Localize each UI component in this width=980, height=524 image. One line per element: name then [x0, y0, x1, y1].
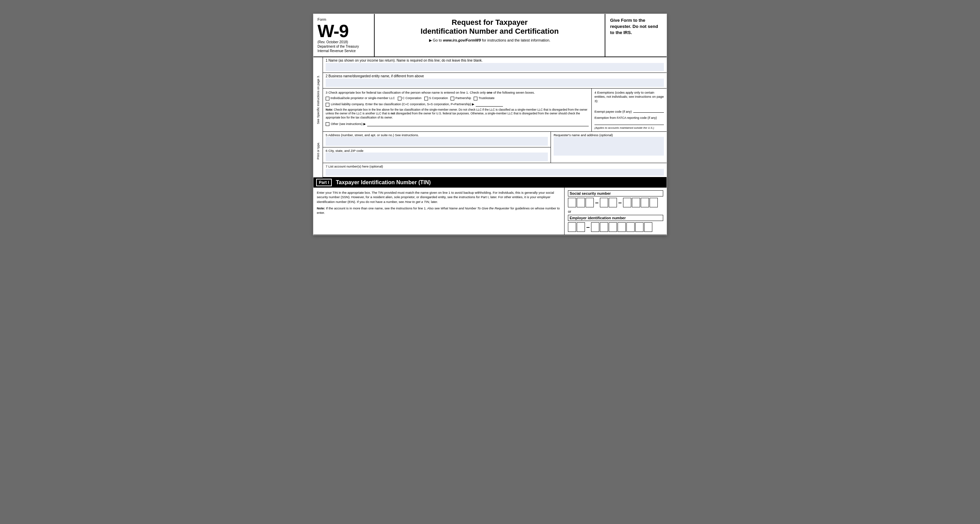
field5-input[interactable]	[326, 137, 548, 146]
form-fields: 1 Name (as shown on your income tax retu…	[323, 57, 667, 177]
form-body: Print or type. See Specific Instructions…	[313, 57, 667, 177]
checkbox-c-corp-box[interactable]	[398, 97, 401, 100]
checkbox-c-corp[interactable]: C Corporation	[398, 96, 422, 100]
checkbox-c-corp-label: C Corporation	[402, 96, 422, 100]
checkbox-partnership-box[interactable]	[450, 97, 454, 100]
address-left: 5 Address (number, street, and apt. or s…	[323, 132, 551, 163]
ssn-sep1: –	[595, 198, 598, 207]
ssn-box-8[interactable]	[641, 198, 649, 207]
ssn-sep2: –	[618, 198, 622, 207]
ein-boxes: –	[568, 222, 663, 232]
form-rev: (Rev. October 2018)	[318, 40, 370, 44]
requester-section: Requester's name and address (optional)	[551, 132, 667, 163]
checkbox-other-box[interactable]	[326, 122, 329, 126]
header-center: Request for Taxpayer Identification Numb…	[375, 14, 605, 57]
form-title: Request for Taxpayer Identification Numb…	[382, 18, 598, 36]
sidebar-label: Print or type. See Specific Instructions…	[317, 75, 320, 159]
fatca-input[interactable]	[595, 120, 664, 125]
field3-row: 3 Check appropriate box for federal tax …	[323, 89, 667, 132]
sidebar-text: Print or type. See Specific Instructions…	[313, 57, 323, 177]
ein-box-7[interactable]	[627, 222, 635, 232]
header-left: Form W-9 (Rev. October 2018) Department …	[313, 14, 375, 57]
checkboxes-row: Individual/sole proprietor or single-mem…	[326, 96, 589, 100]
other-input[interactable]	[367, 121, 589, 126]
checkbox-partnership[interactable]: Partnership	[450, 96, 471, 100]
part1-note-italic: What Name and Number To Give the Request…	[441, 206, 509, 210]
checkbox-s-corp-box[interactable]	[424, 97, 428, 100]
field5-row: 5 Address (number, street, and apt. or s…	[323, 132, 550, 147]
ssn-box-5[interactable]	[609, 198, 617, 207]
ein-box-4[interactable]	[600, 222, 608, 232]
field6-row: 6 City, state, and ZIP code	[323, 147, 550, 163]
checkbox-trust[interactable]: Trust/estate	[474, 96, 495, 100]
field2-input[interactable]	[326, 79, 664, 87]
ein-group1	[568, 222, 585, 232]
ein-box-2[interactable]	[577, 222, 585, 232]
ein-box-5[interactable]	[609, 222, 617, 232]
ein-box-3[interactable]	[591, 222, 599, 232]
llc-input[interactable]	[476, 102, 503, 107]
exempt-payee-field: Exempt payee code (if any)	[595, 108, 664, 113]
field1-label: 1 Name (as shown on your income tax retu…	[326, 59, 664, 62]
ssn-box-2[interactable]	[577, 198, 585, 207]
checkbox-trust-box[interactable]	[474, 97, 477, 100]
field3-label: 3 Check appropriate box for federal tax …	[326, 91, 589, 94]
or-text: or	[568, 209, 663, 213]
part1-description: Enter your TIN in the appropriate box. T…	[313, 188, 565, 234]
ein-sep: –	[586, 222, 590, 232]
checkbox-individual[interactable]: Individual/sole proprietor or single-mem…	[326, 96, 395, 100]
address-section: 5 Address (number, street, and apt. or s…	[323, 132, 667, 163]
fatca-label: Exemption from FATCA reporting code (if …	[595, 116, 657, 119]
form-number: W-9	[318, 22, 370, 40]
ein-box-8[interactable]	[635, 222, 643, 232]
ssn-box-7[interactable]	[632, 198, 640, 207]
field1-row: 1 Name (as shown on your income tax retu…	[323, 57, 667, 73]
ein-box-1[interactable]	[568, 222, 576, 232]
field2-row: 2 Business name/disregarded entity name,…	[323, 73, 667, 89]
field1-input[interactable]	[326, 63, 664, 71]
ssn-box-6[interactable]	[623, 198, 631, 207]
form-dept: Department of the Treasury	[318, 44, 370, 49]
ssn-box-9[interactable]	[649, 198, 658, 207]
ssn-box-1[interactable]	[568, 198, 576, 207]
field7-label: 7 List account number(s) here (optional)	[326, 164, 664, 168]
ssn-box-3[interactable]	[585, 198, 594, 207]
part1-text: Enter your TIN in the appropriate box. T…	[317, 190, 561, 204]
part1-note-label: Note:	[317, 206, 325, 210]
ssn-label: Social security number	[568, 190, 663, 196]
part1-italic: How to get a TIN,	[405, 200, 430, 204]
exemptions-section: 4 Exemptions (codes apply only to certai…	[592, 89, 667, 131]
ssn-group3	[623, 198, 658, 207]
fatca-field: Exemption from FATCA reporting code (if …	[595, 116, 664, 125]
checkbox-partnership-label: Partnership	[455, 96, 471, 100]
applies-note: (Applies to accounts maintained outside …	[595, 126, 664, 129]
ssn-group2	[600, 198, 617, 207]
ein-box-6[interactable]	[617, 222, 626, 232]
part1-note: Note: If the account is in more than one…	[317, 206, 561, 215]
ssn-box-4[interactable]	[600, 198, 608, 207]
ssn-group1	[568, 198, 594, 207]
exempt-payee-label: Exempt payee code (if any)	[595, 110, 632, 113]
checkbox-s-corp-label: S Corporation	[429, 96, 448, 100]
field6-label: 6 City, state, and ZIP code	[326, 149, 548, 153]
field5-label: 5 Address (number, street, and apt. or s…	[326, 133, 548, 137]
field7-input[interactable]	[326, 169, 664, 176]
checkbox-trust-label: Trust/estate	[479, 96, 495, 100]
checkbox-s-corp[interactable]: S Corporation	[424, 96, 448, 100]
checkbox-llc-box[interactable]	[326, 103, 329, 107]
exempt-payee-input[interactable]	[633, 108, 664, 113]
requester-field: Requester's name and address (optional)	[551, 132, 667, 157]
field2-label: 2 Business name/disregarded entity name,…	[326, 74, 664, 78]
ein-box-9[interactable]	[644, 222, 652, 232]
part1-header: Part I Taxpayer Identification Number (T…	[313, 177, 667, 188]
field7-row: 7 List account number(s) here (optional)	[323, 163, 667, 177]
field3-left: 3 Check appropriate box for federal tax …	[323, 89, 592, 131]
requester-label: Requester's name and address (optional)	[554, 133, 664, 137]
other-row: Other (see instructions) ▶	[326, 121, 589, 126]
field6-input[interactable]	[326, 153, 548, 161]
requester-input[interactable]	[554, 137, 664, 156]
header-right: Give Form to the requester. Do not send …	[605, 14, 667, 57]
note-text: Note: Check the appropriate box in the l…	[326, 108, 589, 119]
llc-label: Limited liability company. Enter the tax…	[331, 102, 474, 106]
checkbox-individual-box[interactable]	[326, 97, 329, 100]
